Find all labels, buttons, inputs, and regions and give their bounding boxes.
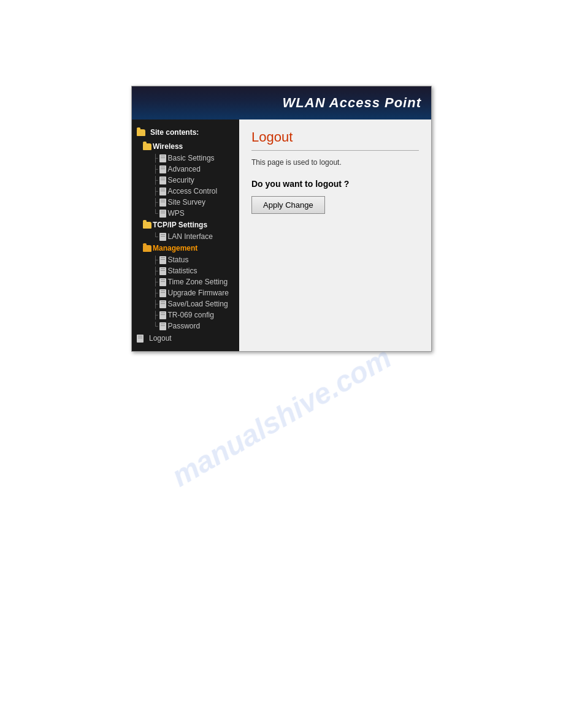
header: WLAN Access Point (132, 86, 431, 119)
sidebar-item-site-survey[interactable]: ├ Site Survey (140, 197, 239, 208)
tcpip-section: TCP/IP Settings └ LAN Interface (132, 219, 239, 242)
watermark: manualshive.com (166, 341, 397, 493)
sidebar-item-statistics[interactable]: ├ Statistics (140, 265, 239, 276)
content-divider (251, 150, 419, 151)
security-doc-icon (159, 176, 166, 184)
site-survey-doc-icon (159, 199, 166, 207)
sidebar: Site contents: Wireless ├ Basic Settings… (132, 119, 239, 351)
sidebar-item-password[interactable]: └ Password (140, 320, 239, 332)
site-contents-label: Site contents: (132, 126, 239, 140)
status-doc-icon (159, 256, 166, 264)
basic-settings-doc-icon (159, 154, 166, 162)
wps-doc-icon (159, 210, 166, 218)
advanced-doc-icon (159, 165, 166, 173)
lan-interface-doc-icon (159, 233, 166, 241)
sidebar-item-advanced[interactable]: ├ Advanced (140, 164, 239, 175)
save-load-doc-icon (159, 300, 166, 308)
sidebar-group-tcpip[interactable]: TCP/IP Settings (140, 219, 239, 231)
management-folder-icon (143, 245, 151, 252)
sidebar-item-access-control[interactable]: ├ Access Control (140, 186, 239, 197)
page-title: Logout (251, 129, 419, 145)
wireless-section: Wireless ├ Basic Settings ├ Advanced ├ S… (132, 140, 239, 219)
sidebar-item-tr069-config[interactable]: ├ TR-069 config (140, 309, 239, 320)
management-section: Management ├ Status ├ Statistics ├ Time … (132, 242, 239, 332)
header-title: WLAN Access Point (283, 95, 421, 111)
sidebar-item-lan-interface[interactable]: └ LAN Interface (140, 231, 239, 242)
sidebar-item-security[interactable]: ├ Security (140, 175, 239, 186)
sidebar-item-upgrade-firmware[interactable]: ├ Upgrade Firmware (140, 287, 239, 298)
logout-doc-icon (137, 335, 144, 343)
access-control-doc-icon (159, 188, 166, 195)
apply-change-button[interactable]: Apply Change (251, 196, 325, 214)
sidebar-item-time-zone-setting[interactable]: ├ Time Zone Setting (140, 276, 239, 287)
password-doc-icon (159, 322, 166, 330)
logout-question: Do you want to logout ? (251, 179, 419, 189)
sidebar-item-wps[interactable]: └ WPS (140, 208, 239, 219)
sidebar-item-logout[interactable]: Logout (132, 332, 239, 345)
content-area: Logout This page is used to logout. Do y… (239, 119, 431, 351)
upgrade-firmware-doc-icon (159, 289, 166, 297)
page-description: This page is used to logout. (251, 158, 419, 167)
router-ui: WLAN Access Point Site contents: Wireles… (131, 86, 432, 352)
site-contents-folder-icon (137, 129, 145, 136)
tr069-doc-icon (159, 311, 166, 319)
tcpip-folder-icon (143, 222, 151, 229)
time-zone-doc-icon (159, 278, 166, 286)
statistics-doc-icon (159, 267, 166, 275)
sidebar-item-status[interactable]: ├ Status (140, 254, 239, 265)
sidebar-group-management[interactable]: Management (140, 242, 239, 254)
wireless-folder-icon (143, 143, 151, 150)
sidebar-group-wireless[interactable]: Wireless (140, 140, 239, 153)
main-area: Site contents: Wireless ├ Basic Settings… (132, 119, 431, 351)
sidebar-item-basic-settings[interactable]: ├ Basic Settings (140, 153, 239, 164)
sidebar-item-save-load-setting[interactable]: ├ Save/Load Setting (140, 298, 239, 309)
